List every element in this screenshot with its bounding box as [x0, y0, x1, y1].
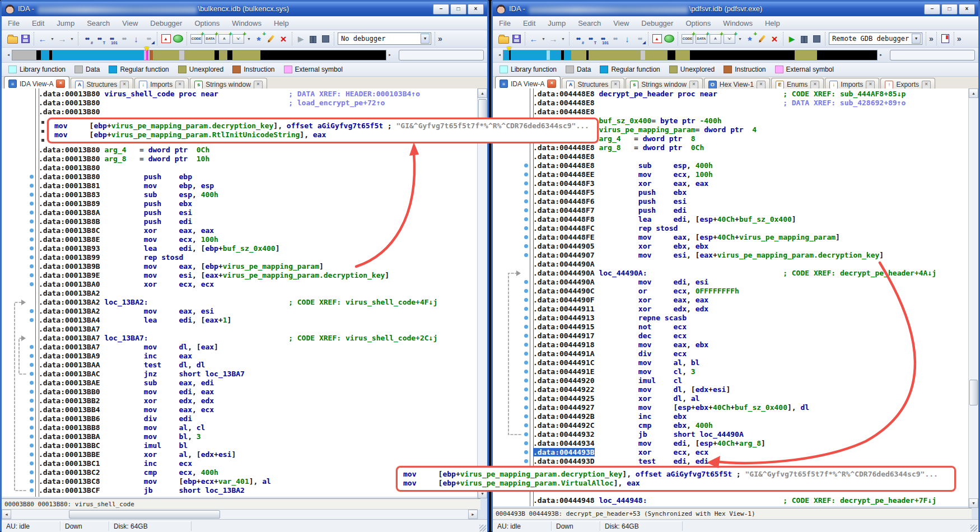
code-line[interactable]: .data:00013BBC imul bl [39, 441, 478, 450]
make-code-icon[interactable]: CODE+ [682, 33, 693, 44]
code-line[interactable]: .data:004448F8 lea edi, [esp+40Ch+buf_sz… [533, 215, 969, 224]
navigation-band[interactable] [12, 50, 386, 60]
title-bar[interactable]: IDA - \bulkencx.idb (bulkencx.sys)–□× [2, 2, 487, 16]
code-line[interactable]: .data:00013B83 sub esp, 400h [39, 190, 478, 199]
dropdown-icon[interactable]: ▼ [541, 33, 546, 44]
code-line[interactable]: .data:00013BBE xor al, [edx+esi] [39, 450, 478, 459]
code-line[interactable]: .data:00013BA9 inc eax [39, 352, 478, 361]
code-line[interactable]: .data:00444927 mov [esp+ebx+40Ch+buf_sz_… [533, 403, 969, 412]
debugger-select[interactable]: No debugger▼ [338, 32, 431, 45]
make-name-icon[interactable]: A+ [710, 33, 721, 44]
menu-item-edit[interactable]: Edit [517, 19, 542, 27]
code-line[interactable]: .data:00444907 mov esi, [eax+virus_pe_ma… [533, 251, 969, 260]
code-line[interactable]: .data:00013B81 mov ebp, esp [39, 181, 478, 190]
code-line[interactable]: .data:00013B8A push esi [39, 208, 478, 217]
debug-pause-icon[interactable] [308, 33, 318, 44]
menu-item-view[interactable]: View [116, 19, 144, 27]
tab-close-icon[interactable]: × [689, 81, 698, 89]
code-line[interactable]: .data:00013B89 push ebx [39, 199, 478, 208]
scroll-left-icon[interactable]: ◄ [2, 510, 11, 519]
code-line[interactable]: .data:004448E8 sub esp, 400h [533, 161, 969, 170]
debugger-select[interactable]: Remote GDB debugger▼ [829, 32, 922, 45]
menu-item-view[interactable]: View [607, 19, 635, 27]
code-line[interactable]: .data:00013BB2 xor edx, edx [39, 396, 478, 405]
make-string-icon[interactable]: 's'+ [724, 33, 735, 44]
undefine-x-icon[interactable]: × [769, 33, 780, 44]
find-gray-icon[interactable]: ●● [119, 33, 129, 44]
navband-right-arrow-icon[interactable]: ▸ [386, 53, 393, 57]
tab-close-icon[interactable]: × [611, 81, 620, 89]
code-line[interactable]: .data:00444905 xor ebx, ebx [533, 242, 969, 251]
jump-address-icon[interactable]: ↓ [131, 33, 141, 44]
code-line[interactable]: .data:00444922 mov dl, [edx+esi] [533, 385, 969, 394]
menu-item-jump[interactable]: Jump [542, 19, 572, 27]
navband-right-arrow-icon[interactable]: ▸ [878, 53, 884, 57]
code-line[interactable]: .data:00013BA2 [39, 289, 478, 298]
toolbar-overflow-chevron[interactable]: » [435, 34, 445, 43]
code-line[interactable]: .data:0044492B inc ebx [533, 412, 969, 421]
tab-close-icon[interactable]: × [922, 81, 931, 89]
dropdown-icon[interactable]: ▼ [738, 33, 743, 44]
back-arrow-icon[interactable]: ← [38, 33, 48, 44]
forward-arrow-icon[interactable]: → [548, 33, 558, 44]
code-line[interactable]: .data:00444918 mov eax, ebx [533, 340, 969, 349]
code-line[interactable]: .data:00013BA7 [39, 325, 478, 334]
find-binary-icon[interactable]: ●●101 [598, 33, 608, 44]
menu-item-edit[interactable]: Edit [26, 19, 50, 27]
disassembly-view[interactable]: .data:00013B80 virus_shell_code proc nea… [2, 88, 478, 497]
undefine-x-icon[interactable]: × [278, 33, 288, 44]
code-line[interactable]: .data:00444913 repne scasb [533, 314, 969, 323]
vertical-scroll-thumb[interactable] [969, 380, 978, 405]
run-indicator-icon[interactable] [664, 33, 674, 44]
menu-item-windows[interactable]: Windows [226, 19, 268, 27]
make-data-icon[interactable]: DATA+ [696, 33, 707, 44]
find-text-icon[interactable]: ●●T [94, 33, 104, 44]
chevron-down-icon[interactable]: ▼ [421, 34, 430, 44]
tab-close-icon[interactable]: × [547, 80, 556, 88]
code-line[interactable]: .data:00013B80 arg_8 = dword ptr 10h [39, 155, 478, 164]
debug-stop-icon[interactable] [320, 33, 330, 44]
navband-left-arrow-icon[interactable]: ◂ [496, 53, 503, 57]
maximize-button[interactable]: □ [450, 4, 466, 15]
code-line[interactable]: .data:0044490A [533, 260, 969, 269]
code-line[interactable]: .data:00013B80 virus_shell_code proc nea… [39, 90, 478, 99]
menu-item-options[interactable]: Options [679, 19, 717, 27]
make-name-icon[interactable]: A+ [218, 33, 230, 44]
code-line[interactable]: .data:00013B9E mov esi, [eax+virus_pe_ma… [39, 271, 478, 280]
navband-left-arrow-icon[interactable]: ◂ [5, 53, 12, 57]
code-line[interactable]: .data:00444920 imul cl [533, 376, 969, 385]
code-line[interactable]: .data:00013B80 push ebp [39, 172, 478, 181]
code-line[interactable]: .data:00013BB6 div edi [39, 414, 478, 423]
vertical-scroll-thumb[interactable] [478, 99, 487, 118]
disassembly-view[interactable]: .data:004448E8 decrypt_pe_header proc ne… [493, 88, 969, 506]
save-file-icon[interactable] [20, 33, 30, 44]
menu-item-options[interactable]: Options [188, 19, 226, 27]
run-indicator-icon[interactable] [173, 33, 183, 44]
code-line[interactable]: .data:0044490A loc_44490A: ; CODE XREF: … [533, 269, 969, 278]
menu-item-help[interactable]: Help [268, 19, 295, 27]
code-line[interactable]: .data:00013B8E mov ecx, 100h [39, 235, 478, 244]
horizontal-scrollbar[interactable]: ◄► [2, 509, 478, 520]
code-line[interactable]: .data:00013BA0 xor ecx, ecx [39, 280, 478, 289]
navigation-band[interactable] [503, 50, 878, 60]
code-line[interactable]: .data:00013BA2 mov eax, esi [39, 307, 478, 316]
find-gray-icon[interactable]: ●● [610, 33, 620, 44]
problem-flag-icon[interactable]: ▲ [652, 33, 662, 44]
menu-item-search[interactable]: Search [81, 19, 116, 27]
open-file-icon[interactable] [7, 33, 18, 44]
code-line[interactable]: .data:00013B9B mov eax, [ebp+virus_pe_ma… [39, 262, 478, 271]
dropdown-icon[interactable]: ▼ [69, 33, 74, 44]
dropdown-icon[interactable]: ▼ [50, 33, 55, 44]
find-binary-icon[interactable]: ●●101 [106, 33, 116, 44]
make-struct-icon[interactable]: *+ [745, 33, 755, 44]
code-line[interactable]: .data:004448E8 ; DATA XREF: sub_428692+8… [533, 99, 969, 108]
dropdown-icon[interactable]: ▼ [561, 33, 566, 44]
code-line[interactable]: .data:00013BAA test dl, dl [39, 361, 478, 370]
code-line[interactable]: .data:00444911 xor edx, edx [533, 305, 969, 314]
menu-item-help[interactable]: Help [759, 19, 786, 27]
toolbar-overflow-chevron[interactable]: » [926, 34, 936, 43]
debug-stop-icon[interactable] [811, 33, 822, 44]
code-line[interactable]: .data:00013BA4 lea edi, [eax+1] [39, 316, 478, 325]
search-lock-icon[interactable]: ●●◢ [634, 33, 645, 44]
code-line[interactable]: .data:00013BBA mov bl, 3 [39, 432, 478, 441]
